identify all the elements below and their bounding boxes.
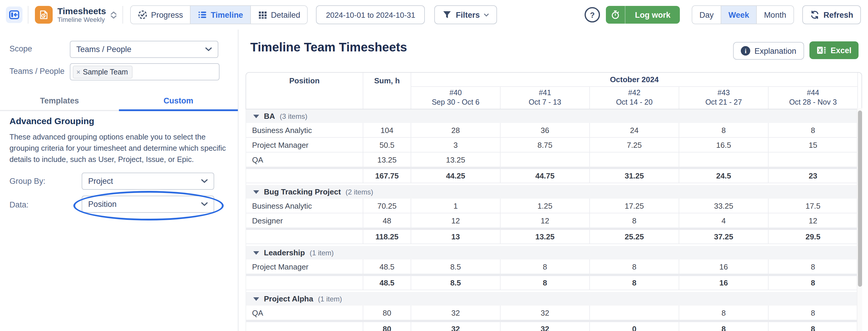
total-value: 32: [411, 322, 500, 331]
table-row[interactable]: Business Analytic 104 28 36 24 8 8: [246, 123, 857, 138]
week-range: Sep 30 - Oct 6: [432, 98, 479, 107]
total-sum: 167.75: [363, 169, 411, 183]
tab-custom[interactable]: Custom: [119, 92, 238, 110]
tab-timeline[interactable]: Timeline: [190, 6, 250, 24]
help-button[interactable]: ?: [585, 7, 600, 23]
top-bar: Timesheets Timeline Weekly Progress Time…: [0, 0, 868, 30]
row-value: 17.25: [589, 199, 679, 213]
total-position: [246, 322, 363, 331]
total-position: [246, 276, 363, 290]
row-value: 8: [500, 260, 589, 274]
total-value: 29.5: [768, 230, 857, 243]
tab-timeline-label: Timeline: [211, 10, 243, 19]
row-position: Project Manager: [246, 138, 363, 152]
log-work-split-button: Log work: [606, 6, 680, 24]
group-by-select[interactable]: Project: [82, 173, 214, 190]
week-range: Oct 21 - 27: [705, 98, 742, 107]
column-header-week: #41 Oct 7 - 13: [500, 87, 589, 109]
table-row[interactable]: Business Analytic 70.25 1 1.25 17.25 33.…: [246, 199, 857, 213]
row-value: 8: [679, 123, 768, 137]
app-window: Timesheets Timeline Weekly Progress Time…: [0, 0, 868, 331]
total-value: 8: [500, 276, 589, 290]
group-header-row[interactable]: Leadership (1 item): [246, 246, 857, 260]
app-title: Timesheets: [57, 6, 106, 16]
row-value: 8: [589, 260, 679, 274]
advanced-grouping-heading: Advanced Grouping: [9, 116, 94, 126]
group-header-row[interactable]: BA (3 items): [246, 109, 857, 123]
total-sum: 80: [363, 322, 411, 331]
filters-label: Filters: [456, 10, 480, 19]
row-value: 8: [679, 306, 768, 320]
period-group: Day Week Month: [692, 5, 794, 24]
remove-tag-icon[interactable]: ×: [76, 68, 81, 76]
table-row[interactable]: QA 80 32 32 8 8: [246, 306, 857, 320]
table-row[interactable]: Project Manager 48.5 8.5 8 8 16 8: [246, 260, 857, 274]
tab-progress-label: Progress: [151, 10, 183, 19]
row-value: [500, 153, 589, 167]
tab-progress[interactable]: Progress: [131, 6, 190, 24]
row-value: 8: [589, 213, 679, 228]
data-select[interactable]: Position: [82, 196, 214, 213]
row-value: 17.5: [768, 199, 857, 213]
table-row[interactable]: Designer 48 12 12 8 4 12: [246, 213, 857, 228]
tab-templates[interactable]: Templates: [0, 92, 119, 110]
divider: [123, 6, 123, 24]
group-name: Leadership: [264, 248, 305, 257]
column-header-week: #40 Sep 30 - Oct 6: [411, 87, 500, 109]
sheet-selector-button[interactable]: [111, 11, 117, 19]
log-work-button[interactable]: Log work: [625, 6, 680, 24]
group-total-row: 48.5 8.5 8 8 16 8: [246, 274, 857, 290]
week-number: #43: [717, 89, 730, 98]
timeline-icon: [198, 10, 207, 20]
total-value: 0: [589, 322, 679, 331]
period-month[interactable]: Month: [756, 6, 793, 24]
group-count: (1 item): [310, 249, 334, 257]
table-row[interactable]: QA 13.25 13.25: [246, 153, 857, 167]
caret-down-icon: [484, 13, 489, 16]
group-total-row: 118.25 13 13.25 25.25 37.25 29.5: [246, 228, 857, 244]
row-value: 12: [768, 213, 857, 228]
total-sum: 118.25: [363, 230, 411, 243]
group-header-row[interactable]: Bug Tracking Project (2 items): [246, 185, 857, 199]
group-name: Bug Tracking Project: [264, 187, 341, 196]
row-value: 7.25: [589, 138, 679, 152]
collapse-group-icon[interactable]: [253, 114, 259, 118]
collapse-group-icon[interactable]: [253, 190, 259, 194]
teams-people-input[interactable]: × Sample Team: [70, 63, 219, 80]
date-range-input[interactable]: [316, 5, 425, 24]
period-day[interactable]: Day: [692, 6, 721, 24]
filters-button[interactable]: Filters: [435, 5, 497, 24]
tab-detailed[interactable]: Detailed: [250, 6, 307, 24]
app-title-block: Timesheets Timeline Weekly: [57, 6, 106, 24]
excel-export-button[interactable]: X Excel: [809, 41, 859, 59]
collapse-group-icon[interactable]: [253, 297, 259, 301]
scope-label: Scope: [9, 44, 32, 53]
period-week[interactable]: Week: [721, 6, 756, 24]
total-value: 24.5: [679, 169, 768, 183]
row-value: 33.25: [679, 199, 768, 213]
collapse-sidebar-icon: [9, 9, 20, 20]
scope-select[interactable]: Teams / People: [70, 41, 218, 58]
total-value: 13.25: [500, 230, 589, 243]
collapse-group-icon[interactable]: [253, 251, 259, 255]
collapse-sidebar-button[interactable]: [6, 6, 23, 23]
timer-button[interactable]: [606, 6, 625, 24]
scrollbar-thumb[interactable]: [858, 110, 862, 287]
row-value: 8: [768, 123, 857, 137]
explanation-button[interactable]: i Explanation: [733, 42, 804, 60]
row-value: 15: [768, 138, 857, 152]
refresh-button[interactable]: Refresh: [802, 5, 861, 24]
table-row[interactable]: Project Manager 50.5 3 8.75 7.25 16.5 15: [246, 138, 857, 153]
week-number: #41: [539, 89, 551, 98]
vertical-scrollbar[interactable]: [857, 108, 862, 331]
stopwatch-icon: [611, 10, 620, 20]
row-value: 8.5: [411, 260, 500, 274]
data-label: Data:: [9, 200, 29, 209]
header-filler: [857, 73, 863, 109]
row-value: 24: [589, 123, 679, 137]
row-value: 8.75: [500, 138, 589, 152]
row-sum: 48.5: [363, 260, 411, 274]
row-value: 12: [411, 213, 500, 228]
chevron-down-icon: [205, 47, 212, 52]
group-header-row[interactable]: Project Alpha (1 item): [246, 292, 857, 306]
